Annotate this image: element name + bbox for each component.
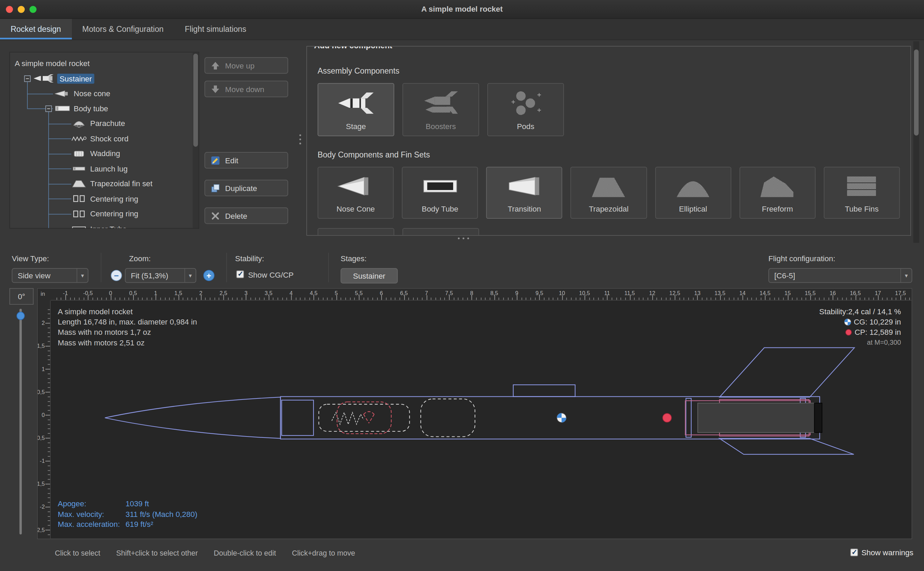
zoom-out-button[interactable]: −: [111, 270, 122, 281]
tree-item-launch-lug[interactable]: Launch lug: [10, 161, 199, 176]
tab-flight-simulations[interactable]: Flight simulations: [174, 19, 257, 39]
tree-item-inner-tube[interactable]: Inner Tube: [10, 221, 199, 229]
apogee-value: 1039 ft: [126, 499, 149, 508]
rotation-slider-thumb[interactable]: [17, 312, 25, 320]
tab-rocket-design[interactable]: Rocket design: [0, 19, 71, 39]
toolbar-separator: [328, 253, 329, 282]
show-cgcp-label: Show CG/CP: [248, 270, 294, 280]
rotation-angle-box[interactable]: 0°: [9, 288, 34, 305]
rotation-slider[interactable]: [20, 309, 22, 534]
tree-item-parachute[interactable]: Parachute: [10, 116, 199, 131]
panel-scrollbar-thumb[interactable]: [914, 49, 919, 136]
status-hint: Click to select: [55, 549, 100, 557]
tube-fins-icon: [843, 173, 881, 199]
elliptical-fin-icon: [674, 173, 712, 199]
move-up-button[interactable]: Move up: [204, 57, 288, 74]
toolbar-separator: [226, 253, 227, 282]
component-label: Transition: [487, 204, 562, 218]
vertical-splitter-grip[interactable]: [298, 132, 302, 148]
body-tube-large-icon: [421, 173, 459, 199]
component-button-pods[interactable]: Pods: [487, 83, 564, 136]
duplicate-button[interactable]: Duplicate: [204, 180, 288, 196]
status-hint: Click+drag to move: [292, 549, 355, 557]
horizontal-splitter-grip[interactable]: [455, 238, 471, 241]
centering-ring-icon: [71, 194, 86, 203]
action-label: Duplicate: [225, 184, 257, 192]
nose-cone-large-icon: [337, 173, 374, 199]
component-button-body-tube[interactable]: Body Tube: [402, 167, 478, 218]
minimize-button[interactable]: [18, 6, 25, 13]
tree-scrollbar-thumb[interactable]: [193, 54, 198, 147]
show-cgcp-checkbox[interactable]: [236, 270, 244, 278]
motor-nozzle-shape: [815, 403, 822, 432]
flight-config-select[interactable]: [C6-5] ▾: [768, 268, 912, 283]
nose-cone-shape: [105, 397, 280, 438]
component-button-trapezoidal[interactable]: Trapezoidal: [571, 167, 647, 218]
tab-motors-configuration[interactable]: Motors & Configuration: [71, 19, 174, 39]
maximize-button[interactable]: [29, 6, 37, 13]
component-label: Boosters: [403, 122, 479, 136]
arrow-down-icon: [211, 85, 220, 93]
chevron-down-icon: ▾: [77, 269, 88, 282]
tree-item-shock-cord[interactable]: Shock cord: [10, 131, 199, 146]
tree-item-centering-ring[interactable]: Centering ring: [10, 191, 199, 207]
tree-item-label: Launch lug: [90, 164, 128, 173]
chevron-down-icon: ▾: [185, 269, 196, 282]
tree-item-body-tube[interactable]: Body tube: [10, 101, 199, 116]
zoom-select[interactable]: Fit (51,3%) ▾: [125, 268, 196, 283]
component-button-stage[interactable]: Stage: [317, 83, 394, 136]
cg-value: CG: 10,229 in: [854, 317, 901, 326]
vertical-ruler: 21,510,50-0,5-1-1,5-2-2,5: [38, 301, 51, 539]
component-button[interactable]: [402, 228, 479, 236]
tree-item-wadding[interactable]: Wadding: [10, 146, 199, 161]
tree-item-centering-ring[interactable]: Centering ring: [10, 206, 199, 221]
rocket-length: Length 16,748 in, max. diameter 0,984 in: [58, 316, 197, 327]
tree-item-label: Centering ring: [90, 194, 138, 203]
action-label: Delete: [225, 211, 248, 220]
tree-scrollbar[interactable]: [192, 52, 199, 228]
stage-toggle-sustainer[interactable]: Sustainer: [340, 268, 398, 284]
move-down-button[interactable]: Move down: [204, 81, 288, 97]
component-button-nose-cone[interactable]: Nose Cone: [317, 167, 394, 218]
arrow-up-icon: [211, 61, 220, 70]
component-button-tube-fins[interactable]: Tube Fins: [824, 167, 900, 218]
add-component-title: Add new component: [310, 46, 396, 50]
zoom-value: Fit (51,3%): [131, 271, 168, 280]
tree-item-trapezoidal-fin-set[interactable]: Trapezoidal fin set: [10, 176, 199, 191]
close-button[interactable]: [6, 6, 13, 13]
show-warnings-label: Show warnings: [861, 548, 913, 557]
edit-icon: [211, 156, 220, 165]
tree-item-nose-cone[interactable]: Nose cone: [10, 86, 199, 101]
parachute-shape: [319, 404, 410, 431]
expander-icon[interactable]: [46, 105, 52, 112]
expander-icon[interactable]: [24, 75, 31, 82]
component-button-elliptical[interactable]: Elliptical: [655, 167, 731, 218]
max-velocity-value: 311 ft/s (Mach 0,280): [126, 509, 197, 518]
show-warnings-checkbox[interactable]: [850, 549, 858, 556]
tree-item-sustainer[interactable]: Sustainer: [10, 71, 199, 86]
component-label: Nose Cone: [318, 204, 393, 218]
tree-item-label: Parachute: [90, 119, 125, 128]
delete-button[interactable]: Delete: [204, 207, 288, 224]
cp-marker: [662, 414, 671, 423]
component-button-boosters[interactable]: Boosters: [402, 83, 479, 136]
tree-item-root[interactable]: A simple model rocket: [10, 56, 199, 71]
stability-info-block: Stability:2,4 cal / 14,1 % CG: 10,229 in…: [819, 306, 901, 348]
zoom-in-button[interactable]: +: [203, 270, 214, 281]
flight-config-value: [C6-5]: [775, 271, 795, 280]
boosters-icon: [422, 90, 460, 116]
view-type-select[interactable]: Side view ▾: [12, 268, 88, 283]
edit-button[interactable]: Edit: [204, 152, 288, 168]
component-button[interactable]: [317, 228, 394, 236]
rocket-view-canvas[interactable]: -1-0,500,511,522,533,544,555,566,577,588…: [37, 288, 912, 539]
tree-item-label: Trapezoidal fin set: [90, 179, 152, 188]
component-button-freeform[interactable]: Freeform: [739, 167, 815, 218]
rocket-name: A simple model rocket: [58, 306, 197, 316]
wadding-shape: [420, 399, 475, 437]
section-label: Assembly Components: [317, 67, 900, 76]
component-button-transition[interactable]: Transition: [486, 167, 562, 218]
rocket-mass-empty: Mass with no motors 1,7 oz: [58, 327, 197, 338]
shock-cord-icon: [71, 134, 86, 143]
motor-shape: [698, 403, 816, 432]
panel-scrollbar[interactable]: [913, 41, 919, 243]
